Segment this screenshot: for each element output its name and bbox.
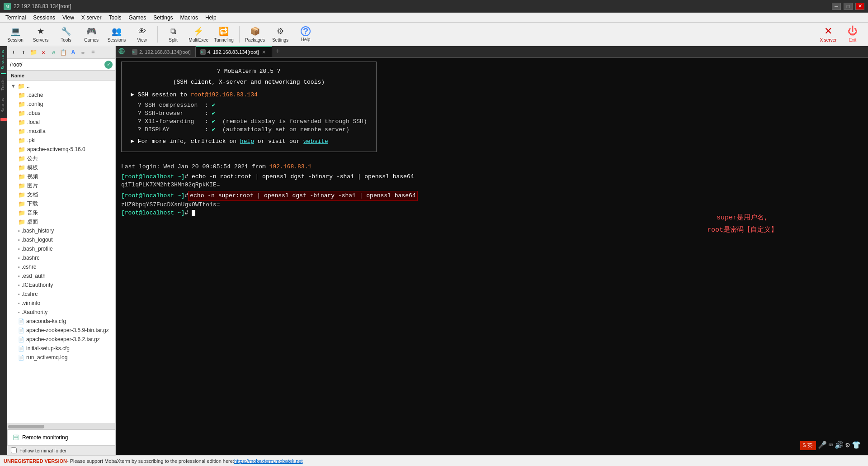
menu-settings[interactable]: Settings [150,14,176,22]
list-item[interactable]: ▪ .bashrc [7,253,115,262]
packages-button[interactable]: 📦 Packages [243,24,267,45]
help-button[interactable]: ? Help [294,24,317,45]
file-name: apache-zookeeper-3.6.2.tar.gz [26,336,100,342]
keyboard-icon[interactable]: ⌨ [829,441,833,451]
scroll-thumb[interactable] [8,425,44,428]
list-item[interactable]: ▪ .bash_profile [7,244,115,253]
list-item[interactable]: ▪ .bash_history [7,226,115,235]
sessions-button[interactable]: 👥 Sessions [105,24,128,45]
add-tab-button[interactable]: + [272,46,284,57]
text-button[interactable]: A [69,48,78,57]
shirt-icon[interactable]: 👕 [852,441,861,451]
list-item[interactable]: ▪ .bash_logout [7,235,115,244]
list-item[interactable]: ▪ .Xauthority [7,308,115,317]
menu-terminal[interactable]: Terminal [2,14,29,22]
list-item[interactable]: 📁 公共 [7,154,115,163]
list-item[interactable]: ▪ .esd_auth [7,271,115,281]
list-item[interactable]: 📁 桌面 [7,217,115,226]
settings-button[interactable]: ⚙ Settings [269,24,292,45]
file-name: .pki [27,137,36,143]
list-item[interactable]: 📁 .local [7,118,115,127]
list-item[interactable]: ▪ .cshrc [7,262,115,271]
view-button[interactable]: 👁 View [130,24,154,45]
unregistered-label: UNREGISTERED VERSION [4,458,67,464]
session-button[interactable]: 💻 Session [4,24,27,45]
toolbar-separator-1 [157,26,158,43]
file-path-input[interactable] [10,62,104,68]
tools-button[interactable]: 🔧 Tools [54,24,78,45]
list-item[interactable]: 📁 .cache [7,90,115,100]
terminal-content[interactable]: ? MobaXterm 20.5 ? (SSH client, X-server… [116,58,868,455]
more-button[interactable]: ≡ [89,48,98,57]
exit-button[interactable]: ⏻ Exit [841,24,864,45]
menu-sessions[interactable]: Sessions [29,14,59,22]
tools-edge-tab[interactable]: Tools [0,75,7,94]
settings-icon-2[interactable]: ⚙ [845,441,850,451]
horizontal-scrollbar[interactable] [7,423,115,429]
menu-xserver[interactable]: X server [78,14,105,22]
list-item[interactable]: 📁 .mozilla [7,127,115,136]
copy-button[interactable]: 📋 [59,48,68,57]
list-item[interactable]: 📁 音乐 [7,208,115,217]
command-2-text: echo -n super:root | openssl dgst -binar… [188,191,417,201]
list-item[interactable]: ▪ .ICEauthority [7,281,115,290]
new-session-button[interactable] [116,46,127,57]
list-item[interactable]: ▪ .viminfo [7,299,115,308]
delete-button[interactable]: ✕ [39,48,48,57]
mic-icon[interactable]: 🎤 [818,441,827,451]
ime-indicator[interactable]: S 英· [800,441,816,450]
menu-help[interactable]: Help [202,14,220,22]
folder-icon: 📁 [18,146,25,153]
file-name: .bash_history [22,228,54,234]
sessions-edge-tab[interactable]: Sessions [0,46,7,73]
close-button[interactable]: ✕ [855,3,864,10]
file-icon: ▪ [18,273,20,279]
status-link[interactable]: https://mobaxterm.mobatek.net [234,458,303,464]
macros-edge-tab[interactable]: Macros [0,94,7,116]
tab-2-close-button[interactable]: ✕ [261,49,267,55]
list-item[interactable]: 📁 图片 [7,181,115,190]
upload-button[interactable]: ⬆ [19,48,28,57]
download-button[interactable]: ⬇ [9,48,18,57]
list-item[interactable]: 📄 apache-zookeeper-3.5.9-bin.tar.gz [7,326,115,335]
remote-monitoring-button[interactable]: 🖥 Remote monitoring [7,429,115,446]
tunneling-button[interactable]: 🔁 Tunneling [212,24,236,45]
list-item[interactable]: 📁 .dbus [7,109,115,118]
maximize-button[interactable]: □ [844,3,853,10]
refresh-button[interactable]: ↺ [49,48,58,57]
new-folder-button[interactable]: 📁 [29,48,38,57]
list-item[interactable]: 📁 下载 [7,199,115,208]
list-item[interactable]: ▪ .tcshrc [7,290,115,299]
list-item[interactable]: 📁 .config [7,100,115,109]
list-item[interactable]: 📁 视频 [7,172,115,181]
list-item[interactable]: ▼ 📁 .. [7,81,115,90]
list-item[interactable]: 📄 apache-zookeeper-3.6.2.tar.gz [7,335,115,344]
multiexec-button[interactable]: ⚡ MultiExec [187,24,210,45]
tab-2[interactable]: >_ 4. 192.168.83.134[root] ✕ [196,46,272,57]
menu-tools[interactable]: Tools [105,14,125,22]
list-item[interactable]: 📁 文档 [7,190,115,199]
list-item[interactable]: 📄 anaconda-ks.cfg [7,317,115,326]
toolbar-separator-2 [239,26,240,43]
list-item[interactable]: 📄 initial-setup-ks.cfg [7,344,115,353]
multiexec-icon: ⚡ [193,26,204,37]
menu-view[interactable]: View [59,14,78,22]
list-item[interactable]: 📁 .pki [7,136,115,145]
minimize-button[interactable]: ─ [832,3,841,10]
file-panel-bottom: 🖥 Remote monitoring Follow terminal fold… [7,429,115,455]
games-button[interactable]: 🎮 Games [80,24,103,45]
split-button[interactable]: ⧉ Split [161,24,185,45]
menu-games[interactable]: Games [125,14,150,22]
edit-button[interactable]: ✏ [79,48,88,57]
xserver-button[interactable]: ✕ X server [816,24,840,45]
list-item[interactable]: 📁 apache-activemq-5.16.0 [7,145,115,154]
path-confirm-button[interactable]: ✓ [104,61,113,69]
follow-folder-checkbox[interactable] [11,447,17,453]
file-icon: ▪ [18,291,20,297]
speaker-icon[interactable]: 🔊 [835,441,844,451]
list-item[interactable]: 📁 模板 [7,163,115,172]
servers-button[interactable]: ★ Servers [29,24,52,45]
list-item[interactable]: 📄 run_activemq.log [7,353,115,362]
menu-macros[interactable]: Macros [177,14,202,22]
tab-1[interactable]: >_ 2. 192.168.83.134[root] [127,46,196,57]
